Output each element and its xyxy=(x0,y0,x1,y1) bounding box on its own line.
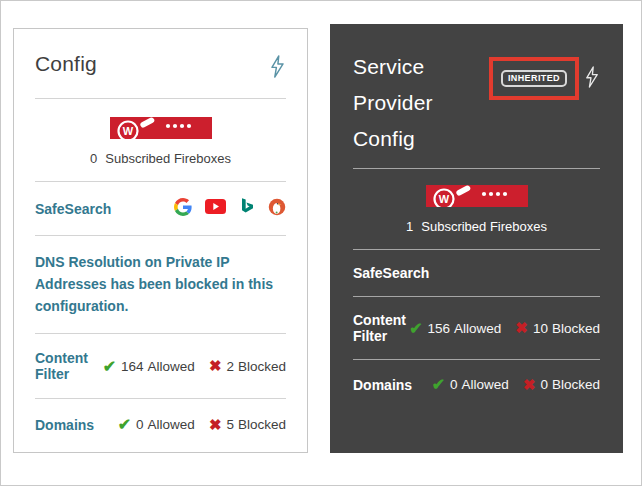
inherited-badge: INHERITED xyxy=(501,70,567,87)
domains-row: Domains ✔ 0 Allowed ✖ 0 Blocked xyxy=(353,360,600,409)
allowed-label: Allowed xyxy=(148,359,195,374)
blocked-label: Blocked xyxy=(238,359,286,374)
firebox-device-image: W xyxy=(426,185,528,211)
domains-stats: ✔ 0 Allowed ✖ 0 Blocked xyxy=(432,375,600,394)
duckduckgo-icon xyxy=(268,198,286,220)
allowed-count: 0 xyxy=(136,417,144,432)
blocked-label: Blocked xyxy=(552,321,600,336)
check-icon: ✔ xyxy=(118,415,131,434)
subscribed-fireboxes: 1Subscribed Fireboxes xyxy=(353,219,600,234)
service-provider-config-card[interactable]: Service Provider Config INHERITED W xyxy=(330,24,623,453)
blocked-count: 2 xyxy=(226,359,234,374)
x-icon: ✖ xyxy=(523,376,536,394)
content-filter-label: Content Filter xyxy=(35,350,103,382)
check-icon: ✔ xyxy=(409,319,422,338)
safesearch-label: SafeSearch xyxy=(35,201,111,217)
page-title: Config xyxy=(35,52,97,76)
domains-stats: ✔ 0 Allowed ✖ 5 Blocked xyxy=(118,415,286,434)
x-icon: ✖ xyxy=(209,416,222,434)
safesearch-row: SafeSearch xyxy=(35,182,286,235)
blocked-count: 5 xyxy=(226,417,234,432)
svg-text:W: W xyxy=(438,193,449,205)
allowed-count: 0 xyxy=(450,377,458,392)
actions-lightning-icon[interactable] xyxy=(584,65,600,93)
allowed-count: 164 xyxy=(121,359,144,374)
subscribed-label: Subscribed Fireboxes xyxy=(421,219,547,234)
x-icon: ✖ xyxy=(209,357,222,375)
content-filter-row: Content Filter ✔ 164 Allowed ✖ 2 Blocked xyxy=(35,334,286,398)
firebox-section: W 1Subscribed Fireboxes xyxy=(353,169,600,249)
content-filter-label: Content Filter xyxy=(353,312,409,344)
header-right-group: INHERITED xyxy=(489,57,600,100)
bing-icon xyxy=(239,197,255,220)
content-filter-stats: ✔ 156 Allowed ✖ 10 Blocked xyxy=(409,319,600,338)
config-card-header: Config xyxy=(35,29,286,83)
actions-lightning-icon[interactable] xyxy=(269,54,286,83)
firebox-section: W 0Subscribed Fireboxes xyxy=(35,99,286,181)
safesearch-label: SafeSearch xyxy=(353,265,429,281)
domains-row: Domains ✔ 0 Allowed ✖ 5 Blocked xyxy=(35,399,286,450)
allowed-label: Allowed xyxy=(454,321,501,336)
subscribed-count: 1 xyxy=(406,219,413,234)
domains-label: Domains xyxy=(353,377,412,393)
subscribed-count: 0 xyxy=(90,151,97,166)
allowed-label: Allowed xyxy=(462,377,509,392)
domains-label: Domains xyxy=(35,417,94,433)
safesearch-engine-icons xyxy=(174,197,286,220)
subscribed-label: Subscribed Fireboxes xyxy=(105,151,231,166)
safesearch-row: SafeSearch xyxy=(353,250,600,296)
config-card[interactable]: Config W 0Subscribed Fireboxes S xyxy=(13,28,308,453)
x-icon: ✖ xyxy=(515,319,528,337)
firebox-device-image: W xyxy=(110,117,212,143)
page-title: Service Provider Config xyxy=(353,49,489,157)
subscribed-fireboxes: 0Subscribed Fireboxes xyxy=(35,151,286,166)
svg-text:W: W xyxy=(122,125,133,137)
allowed-count: 156 xyxy=(428,321,451,336)
check-icon: ✔ xyxy=(103,357,116,376)
blocked-count: 10 xyxy=(533,321,548,336)
blocked-count: 0 xyxy=(540,377,548,392)
youtube-icon xyxy=(205,199,226,218)
content-filter-stats: ✔ 164 Allowed ✖ 2 Blocked xyxy=(103,357,286,376)
blocked-label: Blocked xyxy=(552,377,600,392)
blocked-label: Blocked xyxy=(238,417,286,432)
check-icon: ✔ xyxy=(432,375,445,394)
service-provider-card-header: Service Provider Config INHERITED xyxy=(353,24,600,157)
red-highlight-annotation: INHERITED xyxy=(489,57,579,100)
dns-resolution-message: DNS Resolution on Private IP Addresses h… xyxy=(35,236,286,333)
google-icon xyxy=(174,198,192,220)
allowed-label: Allowed xyxy=(148,417,195,432)
content-filter-row: Content Filter ✔ 156 Allowed ✖ 10 Blocke… xyxy=(353,297,600,359)
